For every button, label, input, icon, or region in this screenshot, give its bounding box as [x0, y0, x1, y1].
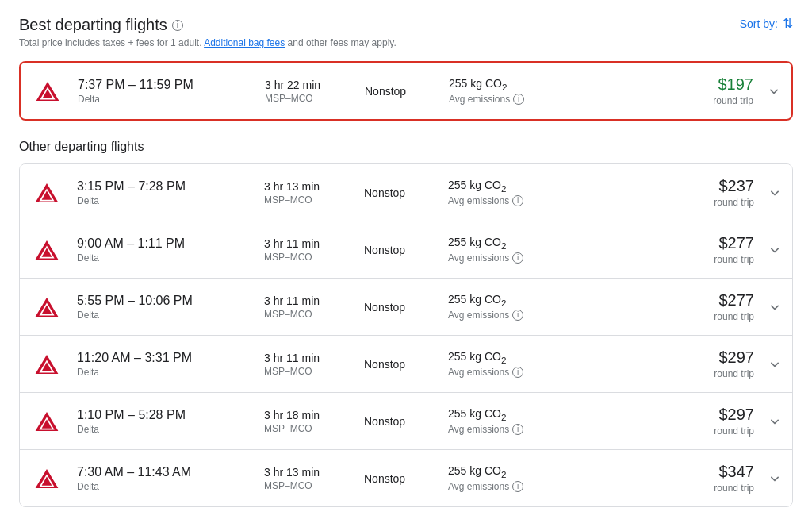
flight-emissions-sub: Avg emissions i	[448, 424, 701, 435]
emissions-info-icon[interactable]: i	[512, 367, 523, 378]
flight-emissions: 255 kg CO2	[448, 293, 701, 308]
airline-logo	[30, 80, 65, 102]
flight-price-label: round trip	[714, 197, 754, 208]
emissions-sub-text: Avg emissions	[448, 310, 509, 321]
title-text: Best departing flights	[19, 16, 167, 34]
best-flight-route: MSP–MCO	[265, 93, 352, 104]
header-left: Best departing flights i Total price inc…	[19, 16, 396, 48]
flight-stops: Nonstop	[364, 415, 435, 428]
flight-row[interactable]: 9:00 AM – 1:11 PM Delta 3 hr 11 min MSP–…	[20, 221, 792, 279]
best-emissions-sub-text: Avg emissions	[449, 94, 510, 105]
flight-duration-col: 3 hr 11 min MSP–MCO	[264, 294, 351, 320]
flight-emissions: 255 kg CO2	[448, 407, 701, 422]
flight-duration-col: 3 hr 18 min MSP–MCO	[264, 409, 351, 434]
flight-emissions-col: 255 kg CO2 Avg emissions i	[448, 350, 701, 378]
flight-time: 3:15 PM – 7:28 PM	[77, 179, 251, 194]
sort-label: Sort by:	[740, 17, 778, 30]
flight-route: MSP–MCO	[264, 309, 351, 320]
best-flight-emissions-col: 255 kg CO2 Avg emissions i	[449, 77, 700, 105]
best-flight-duration: 3 hr 22 min	[265, 79, 352, 91]
flight-row[interactable]: 7:30 AM – 11:43 AM Delta 3 hr 13 min MSP…	[20, 450, 792, 506]
flight-duration-col: 3 hr 11 min MSP–MCO	[264, 237, 351, 263]
other-flights-container: 3:15 PM – 7:28 PM Delta 3 hr 13 min MSP–…	[19, 163, 793, 507]
best-flight-price-label: round trip	[713, 95, 753, 106]
subtitle: Total price includes taxes + fees for 1 …	[19, 37, 396, 48]
flight-airline: Delta	[77, 252, 251, 264]
chevron-down-icon	[767, 299, 783, 315]
flight-duration: 3 hr 11 min	[264, 352, 351, 364]
flight-expand-button[interactable]	[767, 185, 783, 201]
emissions-sub-text: Avg emissions	[448, 195, 509, 206]
flight-price-col: $347 round trip	[714, 463, 754, 494]
flight-route: MSP–MCO	[264, 194, 351, 206]
subtitle-rest: and other fees may apply.	[288, 37, 396, 48]
flight-price: $297	[714, 406, 754, 424]
subtitle-text: Total price includes taxes + fees for 1 …	[19, 37, 201, 48]
title-info-icon[interactable]: i	[172, 20, 183, 31]
emissions-info-icon[interactable]: i	[512, 424, 523, 435]
chevron-down-icon	[767, 414, 783, 429]
flight-row[interactable]: 3:15 PM – 7:28 PM Delta 3 hr 13 min MSP–…	[20, 164, 792, 221]
best-flight-emissions-sub: Avg emissions i	[449, 94, 700, 105]
flight-duration: 3 hr 18 min	[264, 409, 351, 421]
flight-price-col: $277 round trip	[714, 234, 754, 265]
bag-fees-link[interactable]: Additional bag fees	[204, 37, 285, 48]
flight-time-col: 1:10 PM – 5:28 PM Delta	[77, 408, 251, 435]
delta-logo-icon	[34, 182, 59, 204]
chevron-down-icon	[767, 471, 783, 487]
flight-price-col: $277 round trip	[714, 291, 754, 322]
flight-emissions: 255 kg CO2	[448, 350, 701, 365]
best-flight-card[interactable]: 7:37 PM – 11:59 PM Delta 3 hr 22 min MSP…	[19, 61, 793, 121]
airline-logo	[29, 353, 64, 375]
flight-price-col: $297 round trip	[714, 406, 754, 437]
flight-expand-button[interactable]	[767, 356, 783, 372]
delta-logo-icon	[34, 467, 59, 490]
flight-price: $347	[714, 463, 754, 481]
flight-airline: Delta	[77, 310, 251, 321]
flight-stops-col: Nonstop	[364, 358, 435, 371]
emissions-sub-text: Avg emissions	[448, 424, 509, 435]
emissions-sub-text: Avg emissions	[448, 367, 509, 378]
sort-by-control[interactable]: Sort by: ⇅	[740, 16, 793, 31]
flight-row[interactable]: 1:10 PM – 5:28 PM Delta 3 hr 18 min MSP–…	[20, 393, 792, 450]
flight-expand-button[interactable]	[767, 414, 783, 429]
flight-stops-col: Nonstop	[364, 301, 435, 314]
best-flight-stops: Nonstop	[365, 85, 436, 98]
delta-logo-icon	[34, 410, 59, 433]
emissions-sub-text: Avg emissions	[448, 481, 509, 492]
airline-logo	[29, 296, 64, 318]
emissions-info-icon[interactable]: i	[513, 94, 524, 105]
flight-stops: Nonstop	[364, 301, 435, 314]
flight-emissions: 255 kg CO2	[448, 464, 701, 479]
flight-time-col: 9:00 AM – 1:11 PM Delta	[77, 237, 251, 264]
flight-time: 11:20 AM – 3:31 PM	[77, 351, 251, 365]
flight-expand-button[interactable]	[767, 242, 783, 258]
emissions-sub-text: Avg emissions	[448, 252, 509, 264]
chevron-down-icon	[767, 356, 783, 372]
flight-expand-button[interactable]	[767, 471, 783, 487]
flight-route: MSP–MCO	[264, 423, 351, 434]
best-flight-expand-button[interactable]	[766, 83, 782, 99]
delta-logo-icon	[35, 80, 60, 102]
flight-duration-col: 3 hr 13 min MSP–MCO	[264, 180, 351, 206]
flight-price-col: $237 round trip	[714, 177, 754, 208]
flight-duration-col: 3 hr 11 min MSP–MCO	[264, 352, 351, 377]
flight-row[interactable]: 11:20 AM – 3:31 PM Delta 3 hr 11 min MSP…	[20, 336, 792, 393]
flight-expand-button[interactable]	[767, 299, 783, 315]
emissions-info-icon[interactable]: i	[512, 310, 523, 321]
flight-price: $277	[714, 291, 754, 310]
flight-row[interactable]: 5:55 PM – 10:06 PM Delta 3 hr 11 min MSP…	[20, 279, 792, 336]
flight-price-col: $297 round trip	[714, 348, 754, 379]
emissions-info-icon[interactable]: i	[512, 252, 523, 264]
flight-duration: 3 hr 11 min	[264, 237, 351, 250]
flight-emissions-sub: Avg emissions i	[448, 481, 701, 492]
delta-logo-icon	[34, 239, 59, 261]
emissions-info-icon[interactable]: i	[512, 481, 523, 492]
flight-airline: Delta	[77, 367, 251, 378]
flight-price: $277	[714, 234, 754, 252]
flight-stops-col: Nonstop	[364, 472, 435, 485]
delta-logo-icon	[34, 353, 59, 375]
sort-arrows-icon: ⇅	[783, 16, 793, 31]
flight-time-col: 11:20 AM – 3:31 PM Delta	[77, 351, 251, 378]
emissions-info-icon[interactable]: i	[512, 195, 523, 206]
